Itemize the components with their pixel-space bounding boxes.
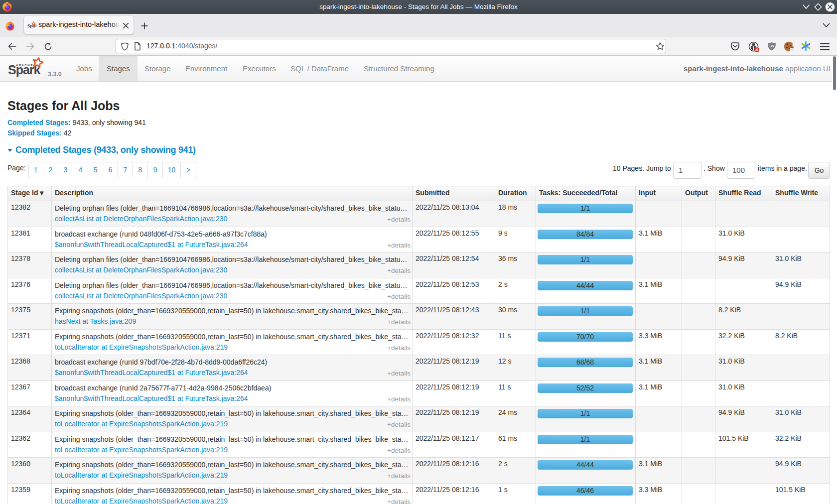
svg-text:Spark: Spark — [27, 23, 36, 28]
svg-text:UO: UO — [770, 45, 774, 48]
